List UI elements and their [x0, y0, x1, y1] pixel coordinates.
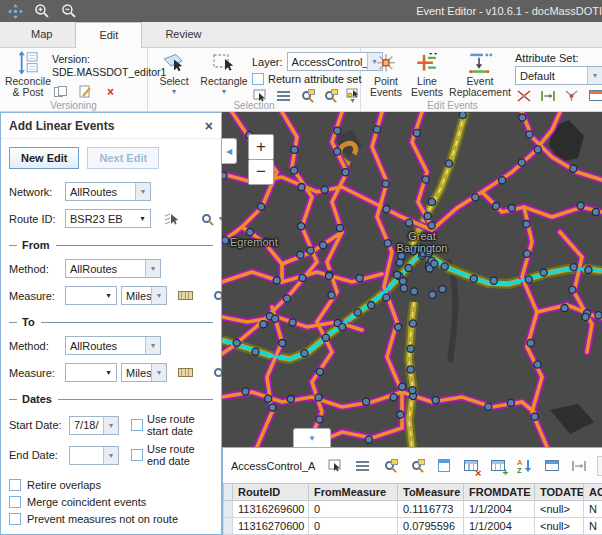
table-layer-tab[interactable]: AccessControl_A — [231, 460, 315, 472]
add-linear-events-panel: Add Linear Events × New Edit Next Edit N… — [0, 112, 222, 535]
table-truncated-control[interactable]: S — [597, 456, 602, 476]
svg-text:Z: Z — [517, 466, 522, 473]
point-events-button[interactable]: Point Events — [365, 50, 407, 99]
return-attribute-set-checkbox[interactable] — [252, 73, 264, 85]
prevent-measures-checkbox[interactable] — [9, 513, 21, 525]
start-date-caret-icon[interactable]: ▾ — [103, 417, 118, 434]
new-version-icon[interactable] — [77, 83, 94, 100]
from-units-caret-icon[interactable]: ▾ — [151, 287, 166, 304]
attribute-window-icon[interactable] — [587, 87, 602, 104]
dates-section-label: Dates — [22, 393, 52, 405]
table-calculator-icon[interactable] — [435, 457, 452, 474]
pan-icon[interactable] — [6, 2, 24, 20]
table-split-event-icon[interactable] — [570, 457, 587, 474]
zoom-in-icon[interactable] — [33, 2, 51, 20]
map-canvas[interactable]: Egremont Great Barrington ◀ + − ▼ — [222, 112, 602, 447]
start-date-label: Start Date: — [9, 419, 65, 431]
row-selector[interactable] — [224, 518, 233, 535]
zoom-out-icon[interactable] — [60, 2, 78, 20]
from-measure-select-icon[interactable] — [177, 287, 194, 304]
to-measure-combo[interactable]: ▾ — [65, 363, 117, 382]
reconcile-post-button[interactable]: Reconcile & Post — [4, 50, 52, 99]
table-toolbar: AccessControl_A A Z S — [223, 448, 602, 483]
table-select-features-icon[interactable] — [327, 457, 344, 474]
use-route-end-checkbox[interactable] — [131, 449, 143, 461]
route-id-combo[interactable]: BSR23 EB ▾ — [65, 209, 151, 228]
change-version-icon[interactable] — [52, 83, 69, 100]
select-button[interactable]: Select ▾ — [152, 50, 196, 99]
from-method-caret-icon[interactable]: ▾ — [145, 260, 160, 277]
table-clear-selection-icon[interactable] — [462, 457, 479, 474]
table-row[interactable]: 11316270600 0 0.0795596 1/1/2004 <null> … — [224, 518, 602, 535]
table-zoom-selection-icon[interactable] — [381, 457, 398, 474]
to-units-caret-icon[interactable]: ▾ — [151, 364, 166, 381]
table-attribute-list-icon[interactable] — [354, 457, 371, 474]
event-replacement-label: Event Replacement — [447, 76, 513, 100]
rectangle-button[interactable]: Rectangle ▾ — [196, 50, 252, 99]
collapse-panel-left-icon[interactable]: ◀ — [222, 138, 237, 164]
next-edit-button[interactable]: Next Edit — [87, 147, 159, 169]
to-method-dropdown[interactable]: AllRoutes ▾ — [65, 336, 161, 355]
prevent-measures-label: Prevent measures not on route — [27, 513, 178, 525]
table-form-view-icon[interactable] — [543, 457, 560, 474]
rectangle-caret-icon[interactable]: ▾ — [222, 89, 226, 95]
select-caret-icon[interactable]: ▾ — [172, 89, 176, 95]
map-zoom-out-button[interactable]: − — [248, 159, 274, 185]
table-add-records-icon[interactable] — [489, 457, 506, 474]
network-caret-icon[interactable]: ▾ — [135, 183, 150, 200]
from-method-dropdown[interactable]: AllRoutes ▾ — [65, 259, 161, 278]
layer-value: AccessControl_A — [288, 56, 367, 68]
from-section-separator: From — [9, 239, 213, 251]
col-todate[interactable]: TODATE — [535, 484, 584, 501]
attribute-set-caret-icon[interactable]: ▾ — [587, 67, 602, 84]
to-units-dropdown[interactable]: Miles ▾ — [121, 363, 167, 382]
to-measure-caret-icon[interactable]: ▾ — [101, 364, 116, 381]
end-date-caret-icon[interactable]: ▾ — [103, 447, 118, 464]
new-edit-button[interactable]: New Edit — [9, 147, 79, 169]
col-tomeasure[interactable]: ToMeasure — [398, 484, 464, 501]
col-access[interactable]: AC — [584, 484, 602, 501]
from-units-dropdown[interactable]: Miles ▾ — [121, 286, 167, 305]
zoom-to-route-icon[interactable] — [198, 210, 215, 227]
rectangle-label: Rectangle — [200, 76, 247, 88]
select-label: Select — [159, 76, 188, 88]
col-frommeasure[interactable]: FromMeasure — [309, 484, 398, 501]
line-events-button[interactable]: Line Events — [407, 50, 447, 99]
delete-version-icon[interactable]: × — [102, 83, 119, 100]
from-measure-caret-icon[interactable]: ▾ — [101, 287, 116, 304]
to-measure-select-icon[interactable] — [177, 364, 194, 381]
reconcile-post-label: Reconcile & Post — [4, 76, 52, 100]
merge-coincident-checkbox[interactable] — [9, 496, 21, 508]
tab-edit[interactable]: Edit — [75, 22, 142, 48]
table-header-row: RouteID FromMeasure ToMeasure FROMDATE T… — [224, 484, 602, 501]
attribute-table: RouteID FromMeasure ToMeasure FROMDATE T… — [223, 483, 602, 535]
col-routeid[interactable]: RouteID — [233, 484, 309, 501]
to-method-caret-icon[interactable]: ▾ — [145, 337, 160, 354]
tab-review[interactable]: Review — [142, 22, 224, 47]
retire-overlaps-checkbox[interactable] — [9, 479, 21, 491]
route-id-caret-icon[interactable]: ▾ — [135, 210, 150, 227]
col-fromdate[interactable]: FROMDATE — [464, 484, 535, 501]
row-selector[interactable] — [224, 501, 233, 518]
collapse-table-icon[interactable]: ▼ — [293, 428, 331, 447]
end-date-picker[interactable]: ▾ — [69, 446, 119, 465]
table-sort-icon[interactable]: A Z — [516, 457, 533, 474]
network-dropdown[interactable]: AllRoutes ▾ — [65, 182, 151, 201]
event-replacement-button[interactable]: Event Replacement — [447, 50, 513, 99]
tab-map[interactable]: Map — [8, 22, 75, 47]
from-section-label: From — [22, 239, 50, 251]
use-route-start-checkbox[interactable] — [131, 419, 143, 431]
close-panel-icon[interactable]: × — [205, 118, 213, 134]
table-pan-selection-icon[interactable] — [408, 457, 425, 474]
line-events-icon — [414, 51, 440, 75]
from-measure-combo[interactable]: ▾ — [65, 286, 117, 305]
start-date-picker[interactable]: 7/18/ ▾ — [69, 416, 119, 435]
map-zoom-in-button[interactable]: + — [248, 134, 274, 160]
table-row[interactable]: 11316269600 0 0.1116773 1/1/2004 <null> … — [224, 501, 602, 518]
start-date-value: 7/18/ — [70, 419, 103, 431]
end-date-label: End Date: — [9, 449, 65, 461]
merge-events-icon[interactable] — [563, 87, 580, 104]
panel-title: Add Linear Events — [9, 119, 114, 133]
attribute-set-dropdown[interactable]: Default ▾ — [515, 66, 602, 85]
select-route-on-map-icon[interactable] — [163, 210, 180, 227]
